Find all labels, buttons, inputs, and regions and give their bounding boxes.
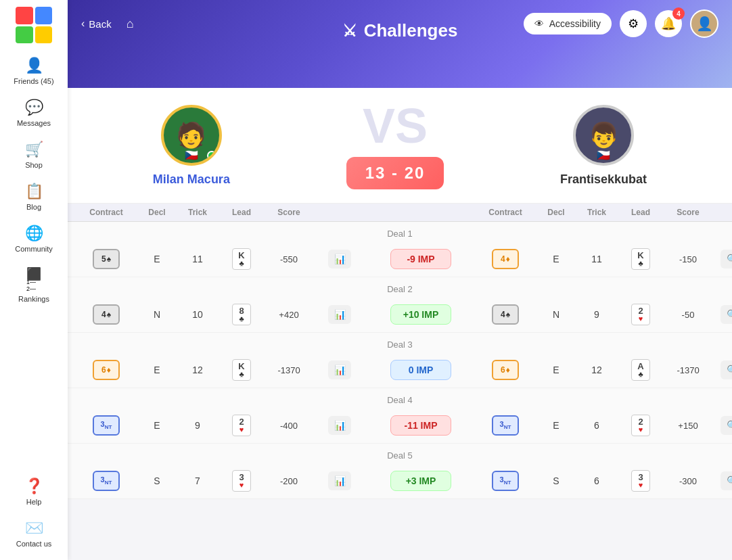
chart-button[interactable]: 📊 bbox=[328, 471, 351, 490]
imp-badge: 0 IMP bbox=[390, 360, 451, 380]
right-search-btn[interactable]: 🔍 bbox=[712, 360, 732, 379]
chevron-left-icon: ‹ bbox=[81, 18, 85, 30]
header-actions: 👁 Accessibility ⚙ 🔔 4 👤 bbox=[524, 9, 718, 38]
player-right-photo: 👦 bbox=[589, 121, 619, 149]
player-left-photo: 🧑 bbox=[176, 121, 206, 149]
right-decl: S bbox=[536, 475, 576, 486]
right-search-btn[interactable]: 🔍 bbox=[712, 250, 732, 269]
right-search-btn[interactable]: 🔍 bbox=[712, 305, 732, 324]
header-top: ‹ Back ⌂ ⚔ Challenges 👁 Accessibility ⚙ … bbox=[81, 9, 718, 38]
sidebar-item-label: Rankings bbox=[18, 295, 49, 303]
right-score: -300 bbox=[664, 476, 712, 486]
left-lead: 3 ♥ bbox=[218, 470, 265, 492]
left-contract: 5♠ bbox=[76, 249, 137, 269]
th-decl-right: Decl bbox=[536, 208, 576, 217]
chart-button[interactable]: 📊 bbox=[328, 305, 351, 324]
imp-badge: -9 IMP bbox=[390, 249, 451, 269]
contact-icon: ✉️ bbox=[25, 519, 43, 537]
imp-badge: -11 IMP bbox=[390, 415, 451, 436]
back-button[interactable]: ‹ Back bbox=[81, 18, 112, 30]
left-trick: 11 bbox=[177, 254, 218, 264]
contract-badge: 5♠ bbox=[93, 249, 120, 269]
lead-card: 3 ♥ bbox=[232, 470, 251, 492]
sidebar-item-rankings[interactable]: ⬛1—2— Rankings bbox=[3, 261, 64, 308]
chart-button[interactable]: 📊 bbox=[328, 360, 351, 379]
th-chart-left bbox=[313, 208, 367, 217]
th-decl-left: Decl bbox=[137, 208, 177, 217]
left-score: -1370 bbox=[265, 365, 313, 375]
right-trick: 11 bbox=[576, 254, 617, 264]
sidebar-item-label: Blog bbox=[26, 203, 41, 211]
right-score: -50 bbox=[664, 310, 712, 320]
deal-row: 6♦ E 12 K ♣ -1370 📊 0 IMP 6♦ E 12 A ♣ -1… bbox=[68, 352, 732, 388]
th-lead-left: Lead bbox=[218, 208, 265, 217]
left-chart-btn[interactable]: 📊 bbox=[313, 360, 367, 379]
left-contract: 4♠ bbox=[76, 304, 137, 325]
notifications-button[interactable]: 🔔 4 bbox=[655, 10, 682, 37]
left-score: -400 bbox=[265, 421, 313, 431]
deal-row: 3NT S 7 3 ♥ -200 📊 +3 IMP 3NT S 6 3 ♥ -3… bbox=[68, 463, 732, 499]
sidebar-item-label: Messages bbox=[17, 119, 51, 127]
right-contract: 3NT bbox=[475, 471, 536, 491]
search-button[interactable]: 🔍 bbox=[720, 250, 732, 269]
contract-badge: 3NT bbox=[492, 471, 519, 491]
right-score: +150 bbox=[664, 421, 712, 431]
th-trick-right: Trick bbox=[576, 208, 617, 217]
right-lead: 2 ♥ bbox=[617, 304, 664, 325]
right-score: -1370 bbox=[664, 365, 712, 375]
chart-button[interactable]: 📊 bbox=[328, 250, 351, 269]
sidebar-item-community[interactable]: 🌐 Community bbox=[3, 219, 64, 258]
sidebar-item-friends[interactable]: 👤 Friends (45) bbox=[3, 51, 64, 91]
contract-badge: 4♦ bbox=[492, 249, 519, 269]
right-lead: 3 ♥ bbox=[617, 470, 664, 492]
right-contract: 3NT bbox=[475, 415, 536, 436]
left-chart-btn[interactable]: 📊 bbox=[313, 416, 367, 435]
imp-cell: +10 IMP bbox=[367, 304, 475, 325]
chart-button[interactable]: 📊 bbox=[328, 416, 351, 435]
deal-section-header: Deal 3 bbox=[68, 333, 732, 352]
deals-table: Deal 1 5♠ E 11 K ♣ -550 📊 -9 IMP 4♦ E 11… bbox=[68, 222, 732, 499]
lead-card: K ♣ bbox=[631, 248, 650, 270]
home-icon[interactable]: ⌂ bbox=[127, 17, 134, 31]
left-decl: E bbox=[137, 420, 177, 431]
contract-badge: 3NT bbox=[492, 415, 519, 436]
lead-card: 2 ♥ bbox=[232, 415, 251, 436]
avatar-image: 👤 bbox=[696, 16, 713, 32]
lead-card: 8 ♣ bbox=[232, 304, 251, 325]
sidebar-item-shop[interactable]: 🛒 Shop bbox=[3, 135, 64, 174]
player-right-name: Frantisekkubat bbox=[560, 172, 647, 187]
right-trick: 6 bbox=[576, 475, 617, 486]
app-logo bbox=[16, 7, 52, 43]
right-search-btn[interactable]: 🔍 bbox=[712, 416, 732, 435]
settings-button[interactable]: ⚙ bbox=[620, 10, 647, 37]
deal-row: 4♠ N 10 8 ♣ +420 📊 +10 IMP 4♠ N 9 2 ♥ -5… bbox=[68, 297, 732, 333]
right-search-btn[interactable]: 🔍 bbox=[712, 471, 732, 490]
accessibility-icon: 👁 bbox=[534, 18, 544, 29]
left-score: -550 bbox=[265, 254, 313, 264]
search-button[interactable]: 🔍 bbox=[720, 305, 732, 324]
left-chart-btn[interactable]: 📊 bbox=[313, 471, 367, 490]
player-left-flag: 🇨🇿 bbox=[185, 149, 198, 162]
player-left: 🧑 🇨🇿 Milan Macura bbox=[153, 105, 230, 187]
user-avatar-button[interactable]: 👤 bbox=[690, 9, 718, 38]
help-icon: ❓ bbox=[25, 477, 43, 495]
search-button[interactable]: 🔍 bbox=[720, 416, 732, 435]
left-chart-btn[interactable]: 📊 bbox=[313, 250, 367, 269]
sidebar-item-label: Friends (45) bbox=[14, 77, 53, 85]
right-lead: 2 ♥ bbox=[617, 415, 664, 436]
online-indicator bbox=[207, 151, 216, 160]
players-section: 🧑 🇨🇿 Milan Macura VS 13 - 20 👦 🇨🇿 Franti… bbox=[68, 88, 732, 204]
sidebar-item-label: Community bbox=[15, 245, 53, 253]
right-lead: K ♣ bbox=[617, 248, 664, 270]
sidebar-item-blog[interactable]: 📋 Blog bbox=[3, 177, 64, 216]
swords-icon: ⚔ bbox=[342, 22, 357, 41]
right-decl: E bbox=[536, 365, 576, 375]
left-chart-btn[interactable]: 📊 bbox=[313, 305, 367, 324]
search-button[interactable]: 🔍 bbox=[720, 360, 732, 379]
search-button[interactable]: 🔍 bbox=[720, 471, 732, 490]
sidebar-item-messages[interactable]: 💬 Messages bbox=[3, 93, 64, 133]
accessibility-button[interactable]: 👁 Accessibility bbox=[524, 13, 612, 34]
sidebar-item-contact[interactable]: ✉️ Contact us bbox=[3, 514, 64, 553]
right-trick: 9 bbox=[576, 309, 617, 320]
sidebar-item-help[interactable]: ❓ Help bbox=[3, 472, 64, 511]
